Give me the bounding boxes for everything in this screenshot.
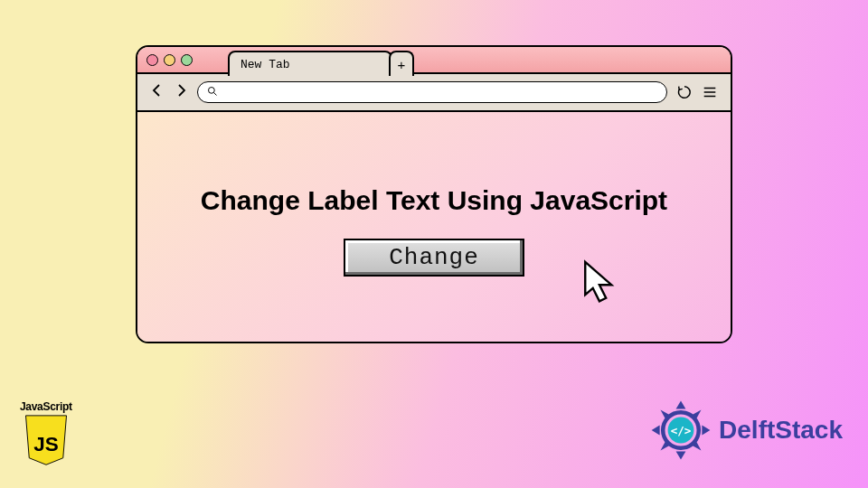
cursor-icon bbox=[579, 258, 631, 310]
maximize-window-dot[interactable] bbox=[181, 54, 193, 66]
menu-icon[interactable] bbox=[702, 84, 718, 100]
javascript-logo-label: JavaScript bbox=[20, 400, 72, 413]
plus-icon: + bbox=[398, 57, 406, 72]
browser-window: New Tab + Change Label Text Using JavaSc… bbox=[136, 45, 732, 343]
svg-marker-5 bbox=[585, 262, 611, 302]
delftstack-logo: </> DelftStack bbox=[648, 398, 843, 463]
page-content: Change Label Text Using JavaScript Chang… bbox=[137, 112, 731, 343]
svg-text:JS: JS bbox=[33, 433, 59, 455]
reload-icon[interactable] bbox=[676, 84, 693, 100]
js-shield-icon: JS bbox=[21, 414, 71, 468]
change-button-label: Change bbox=[389, 244, 479, 271]
delftstack-badge-icon: </> bbox=[648, 398, 713, 463]
page-headline: Change Label Text Using JavaScript bbox=[201, 180, 667, 221]
delftstack-text: DelftStack bbox=[719, 416, 843, 445]
forward-arrow-icon[interactable] bbox=[174, 83, 188, 102]
svg-line-1 bbox=[214, 93, 217, 96]
svg-point-0 bbox=[209, 88, 215, 94]
svg-text:</>: </> bbox=[671, 424, 692, 437]
new-tab-button[interactable]: + bbox=[389, 51, 414, 76]
javascript-logo: JavaScript JS bbox=[20, 400, 72, 468]
close-window-dot[interactable] bbox=[146, 54, 158, 66]
active-tab[interactable]: New Tab bbox=[228, 51, 392, 76]
tab-label: New Tab bbox=[241, 58, 290, 71]
address-bar[interactable] bbox=[197, 81, 667, 103]
change-button[interactable]: Change bbox=[344, 239, 524, 277]
toolbar bbox=[137, 74, 731, 112]
title-bar: New Tab + bbox=[137, 47, 731, 74]
minimize-window-dot[interactable] bbox=[164, 54, 175, 66]
back-arrow-icon[interactable] bbox=[150, 83, 165, 102]
search-icon bbox=[207, 84, 218, 100]
